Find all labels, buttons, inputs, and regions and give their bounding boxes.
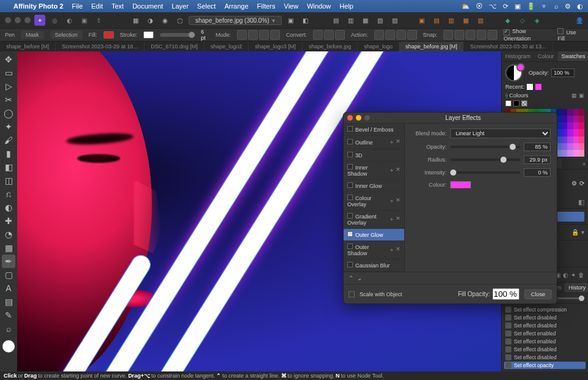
history-row[interactable]: Set effect opacity	[504, 362, 586, 369]
lock-icon[interactable]: 🔒	[571, 229, 579, 236]
palette-swatch[interactable]	[573, 122, 579, 129]
tool-icon[interactable]: ▢	[174, 15, 185, 26]
history-row[interactable]: Set effect enabled	[504, 330, 586, 337]
tool-icon[interactable]: ▣	[285, 15, 296, 26]
menu-select[interactable]: Select	[197, 2, 216, 10]
palette-swatch[interactable]	[562, 122, 567, 129]
arrange-icon[interactable]: ▨	[390, 15, 401, 26]
palette-swatch[interactable]	[567, 109, 573, 116]
palette-swatch[interactable]	[567, 143, 573, 150]
document-tab[interactable]: shape_before.jpg [M]	[399, 42, 464, 51]
status-icon[interactable]: ⦿	[476, 2, 483, 10]
insert-icon[interactable]: ◆	[502, 15, 513, 26]
pen-tool[interactable]: ✒	[2, 255, 15, 268]
selection-brush-tool[interactable]: ◯	[2, 106, 15, 120]
zoom-tool[interactable]: ⌕	[2, 322, 15, 335]
opacity-value[interactable]	[524, 143, 551, 151]
document-title[interactable]: shape_before.jpg (300.0%)▾	[189, 16, 282, 25]
palette-swatch[interactable]	[579, 150, 584, 157]
opacity-input[interactable]	[551, 69, 575, 77]
effect-row[interactable]: 3D	[344, 149, 404, 162]
adjustment-icon[interactable]: ◐	[563, 272, 568, 278]
arrange-icon[interactable]: ▧	[375, 15, 386, 26]
palette-swatch[interactable]	[562, 129, 567, 136]
palette-swatch[interactable]	[579, 136, 584, 143]
menu-filters[interactable]: Filters	[257, 2, 276, 10]
tool-icon[interactable]: ◧	[300, 15, 311, 26]
tool-icon[interactable]: ◉	[159, 15, 170, 26]
snap-icons[interactable]	[443, 30, 497, 40]
history-row[interactable]: Set effect enabled	[504, 338, 586, 345]
control-center-icon[interactable]: ⚙	[565, 2, 571, 10]
stroke-swatch[interactable]	[143, 31, 154, 39]
history-row[interactable]: Set effect compression	[504, 306, 586, 313]
close-icon[interactable]	[5, 17, 11, 23]
align-icon[interactable]: ▤	[431, 15, 442, 26]
healing-tool[interactable]: ✚	[2, 214, 15, 228]
palette-swatch[interactable]	[562, 109, 567, 116]
mask-button[interactable]: Mask	[21, 31, 44, 39]
menu-window[interactable]: Window	[307, 2, 331, 10]
picker-tool[interactable]: ✎	[2, 308, 15, 322]
palette-swatch[interactable]	[567, 122, 573, 129]
eraser-tool[interactable]: ◫	[2, 174, 15, 187]
zoom-icon[interactable]	[24, 17, 31, 23]
palette-swatch[interactable]	[562, 136, 567, 143]
prev-effect-icon[interactable]: ⌃	[349, 275, 353, 281]
status-icon[interactable]: ⟳	[503, 2, 508, 10]
palette-swatch[interactable]	[567, 150, 573, 157]
clone-tool[interactable]: ⎌	[2, 187, 15, 201]
next-effect-icon[interactable]: ⌄	[357, 275, 362, 281]
radius-slider[interactable]	[450, 158, 520, 161]
document-tab[interactable]: shape_logo2	[205, 42, 249, 51]
palette-swatch[interactable]	[579, 116, 584, 122]
radius-value[interactable]	[524, 155, 551, 164]
palette-swatch[interactable]	[567, 129, 573, 136]
fx-icon[interactable]: ◧	[578, 198, 584, 206]
status-icon[interactable]: ⌥	[489, 2, 497, 10]
node-tool[interactable]: ▷	[2, 80, 15, 93]
palette-swatch[interactable]	[573, 129, 579, 136]
arrange-icon[interactable]: ▦	[360, 15, 371, 26]
dialog-close-icon[interactable]	[347, 115, 353, 121]
menu-document[interactable]: Document	[132, 2, 163, 10]
palette-swatch[interactable]	[562, 150, 567, 157]
delete-icon[interactable]: 🗑	[578, 272, 584, 278]
paint-brush-tool[interactable]: 🖌	[2, 133, 15, 147]
persona-liquify[interactable]: ◎	[49, 15, 60, 26]
colour-swatch[interactable]	[450, 181, 471, 188]
dialog-minimise-icon[interactable]	[356, 115, 361, 121]
tool-icon[interactable]: ▦	[130, 15, 141, 26]
effect-row[interactable]: Inner Shadow＋✕	[344, 162, 404, 180]
account-icon[interactable]: 👤	[576, 17, 583, 24]
layer-menu-icon[interactable]: ▾	[581, 229, 584, 236]
effect-row[interactable]: Inner Glow	[344, 180, 404, 192]
document-tab[interactable]: shape_before.jpg	[303, 42, 358, 51]
insert-icon[interactable]: ◇	[517, 15, 528, 26]
preset-swatch[interactable]	[513, 100, 519, 106]
palette-swatch[interactable]	[573, 150, 579, 157]
align-icon[interactable]: ▦	[461, 15, 472, 26]
window-controls[interactable]	[5, 17, 31, 23]
mesh-tool[interactable]: ▦	[2, 241, 15, 255]
menu-text[interactable]: Text	[111, 2, 124, 10]
refresh-icon[interactable]: ⟳	[579, 180, 584, 187]
palette-swatch[interactable]	[573, 109, 579, 116]
document-tab[interactable]: shape_before [M]	[0, 42, 56, 51]
preset-swatch[interactable]	[505, 100, 511, 106]
tab-history[interactable]: History	[565, 283, 588, 292]
selection-button[interactable]: Selection	[50, 31, 83, 39]
table-tool[interactable]: ▤	[2, 295, 15, 308]
dodge-tool[interactable]: ◐	[2, 201, 15, 214]
palette-swatch[interactable]	[567, 136, 573, 143]
document-tab[interactable]: shape_logo3 [M]	[249, 42, 303, 51]
persona-tone[interactable]: ▣	[78, 15, 89, 26]
shape-tool[interactable]: ▢	[2, 268, 15, 281]
arrange-icon[interactable]: ▥	[345, 15, 356, 26]
effect-row[interactable]: Outer Glow	[344, 229, 404, 241]
insert-icon[interactable]: ◈	[532, 15, 543, 26]
history-row[interactable]: Set effect disabled	[504, 354, 586, 361]
arrange-icon[interactable]: ▤	[331, 15, 342, 26]
align-icon[interactable]: ▥	[446, 15, 457, 26]
fill-swatch[interactable]	[104, 31, 114, 39]
